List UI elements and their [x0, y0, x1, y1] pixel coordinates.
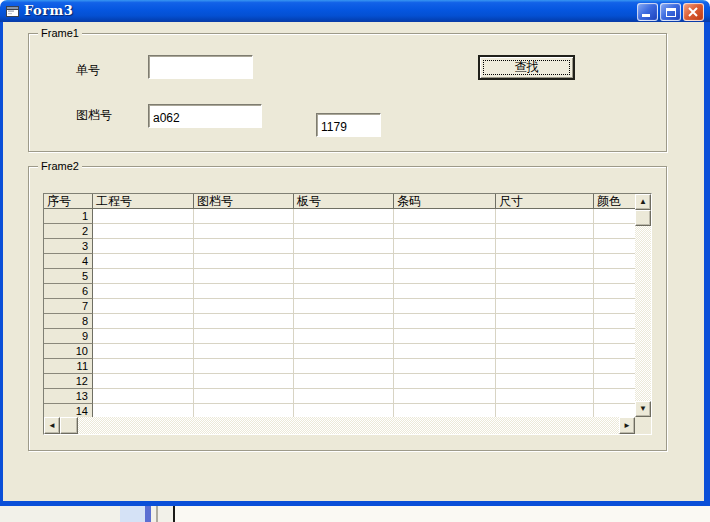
grid-cell[interactable]: [194, 269, 294, 284]
grid-cell[interactable]: [194, 224, 294, 239]
scrollbar-corner: [635, 417, 651, 434]
grid-cell[interactable]: [496, 209, 594, 224]
grid-cell[interactable]: [93, 314, 194, 329]
grid-cell[interactable]: [394, 239, 496, 254]
grid-cell[interactable]: [294, 404, 394, 417]
table-row: 1: [44, 209, 651, 224]
grid-cell[interactable]: [194, 209, 294, 224]
grid-cell[interactable]: [93, 299, 194, 314]
grid-cell[interactable]: [194, 329, 294, 344]
grid-cell[interactable]: [93, 389, 194, 404]
grid-cell[interactable]: [394, 404, 496, 417]
grid-cell[interactable]: [394, 374, 496, 389]
column-header-board: 板号: [294, 194, 394, 209]
search-button[interactable]: 查找: [478, 55, 575, 80]
grid-cell[interactable]: [294, 269, 394, 284]
vertical-scroll-track[interactable]: [635, 226, 651, 401]
row-number-cell: 2: [44, 224, 93, 239]
drawing-number-input[interactable]: [148, 104, 262, 128]
grid-cell[interactable]: [194, 299, 294, 314]
grid-cell[interactable]: [194, 284, 294, 299]
grid-cell[interactable]: [294, 314, 394, 329]
grid-cell[interactable]: [194, 374, 294, 389]
close-button[interactable]: [683, 3, 704, 21]
scroll-up-button[interactable]: ▲: [635, 194, 651, 210]
horizontal-scroll-thumb[interactable]: [60, 417, 78, 434]
grid-cell[interactable]: [394, 224, 496, 239]
grid-cell[interactable]: [394, 389, 496, 404]
grid-cell[interactable]: [93, 224, 194, 239]
grid-cell[interactable]: [294, 359, 394, 374]
grid-cell[interactable]: [496, 404, 594, 417]
grid-cell[interactable]: [294, 389, 394, 404]
scroll-right-button[interactable]: ►: [619, 417, 635, 434]
title-bar[interactable]: Form3: [0, 0, 710, 22]
horizontal-scrollbar[interactable]: ◄ ►: [44, 417, 635, 434]
vertical-scrollbar[interactable]: ▲ ▼: [635, 194, 651, 417]
grid-cell[interactable]: [394, 329, 496, 344]
search-button-label: 查找: [480, 57, 573, 77]
grid-cell[interactable]: [93, 254, 194, 269]
grid-cell[interactable]: [496, 374, 594, 389]
form-icon[interactable]: [5, 4, 20, 18]
minimize-button[interactable]: [637, 3, 658, 21]
maximize-button[interactable]: [660, 3, 681, 21]
grid-cell[interactable]: [394, 299, 496, 314]
grid-cell[interactable]: [496, 239, 594, 254]
grid-cell[interactable]: [93, 374, 194, 389]
grid-cell[interactable]: [294, 224, 394, 239]
horizontal-scroll-track[interactable]: [78, 417, 619, 434]
grid-cell[interactable]: [194, 404, 294, 417]
scroll-down-button[interactable]: ▼: [635, 401, 651, 417]
grid-cell[interactable]: [496, 269, 594, 284]
grid-cell[interactable]: [496, 314, 594, 329]
grid-cell[interactable]: [194, 239, 294, 254]
frame1-label: Frame1: [38, 27, 82, 40]
grid-cell[interactable]: [93, 284, 194, 299]
grid-cell[interactable]: [294, 209, 394, 224]
grid-cell[interactable]: [394, 284, 496, 299]
grid-cell[interactable]: [496, 389, 594, 404]
row-number-cell: 9: [44, 329, 93, 344]
grid-cell[interactable]: [496, 284, 594, 299]
grid-cell[interactable]: [394, 269, 496, 284]
order-number-input[interactable]: [148, 55, 253, 79]
grid-cell[interactable]: [496, 299, 594, 314]
grid-cell[interactable]: [93, 404, 194, 417]
grid-cell[interactable]: [496, 329, 594, 344]
grid-cell[interactable]: [294, 329, 394, 344]
background-bar: [156, 506, 158, 522]
grid-cell[interactable]: [93, 269, 194, 284]
grid-cell[interactable]: [394, 344, 496, 359]
background-bar: [175, 506, 710, 522]
grid-cell[interactable]: [194, 254, 294, 269]
grid-cell[interactable]: [194, 344, 294, 359]
scroll-left-button[interactable]: ◄: [44, 417, 60, 434]
extra-number-input[interactable]: [316, 113, 381, 137]
grid-cell[interactable]: [194, 389, 294, 404]
grid-cell[interactable]: [294, 254, 394, 269]
grid-cell[interactable]: [394, 314, 496, 329]
grid-cell[interactable]: [194, 359, 294, 374]
grid-cell[interactable]: [294, 299, 394, 314]
grid-cell[interactable]: [394, 209, 496, 224]
grid-cell[interactable]: [93, 344, 194, 359]
grid-cell[interactable]: [93, 329, 194, 344]
grid-cell[interactable]: [496, 359, 594, 374]
grid-cell[interactable]: [394, 359, 496, 374]
table-row: 3: [44, 239, 651, 254]
grid-cell[interactable]: [294, 239, 394, 254]
grid-cell[interactable]: [93, 209, 194, 224]
window-title: Form3: [24, 0, 73, 22]
grid-cell[interactable]: [394, 254, 496, 269]
grid-cell[interactable]: [93, 359, 194, 374]
grid-cell[interactable]: [496, 344, 594, 359]
grid-cell[interactable]: [294, 284, 394, 299]
grid-cell[interactable]: [294, 374, 394, 389]
vertical-scroll-thumb[interactable]: [635, 210, 651, 226]
grid-cell[interactable]: [496, 254, 594, 269]
grid-cell[interactable]: [496, 224, 594, 239]
grid-cell[interactable]: [93, 239, 194, 254]
grid-cell[interactable]: [294, 344, 394, 359]
grid-cell[interactable]: [194, 314, 294, 329]
